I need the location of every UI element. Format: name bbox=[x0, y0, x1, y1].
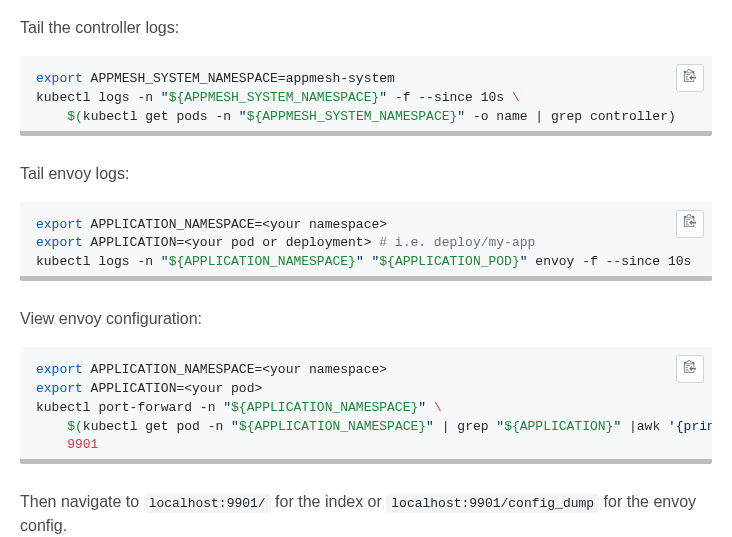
inline-code-url-index: localhost:9901/ bbox=[144, 494, 271, 513]
intro-envoy-config: View envoy configuration: bbox=[20, 307, 712, 331]
code-line: 9901 bbox=[36, 436, 696, 455]
clipboard-icon bbox=[683, 213, 697, 234]
inline-code-url-config: localhost:9901/config_dump bbox=[386, 494, 599, 513]
code-line: export APPLICATION=<your pod or deployme… bbox=[36, 234, 696, 253]
codeblock-envoy-logs: export APPLICATION_NAMESPACE=<your names… bbox=[20, 202, 712, 282]
copy-button[interactable] bbox=[676, 355, 704, 383]
copy-button[interactable] bbox=[676, 64, 704, 92]
code-line: $(kubectl get pod -n "${APPLICATION_NAME… bbox=[36, 418, 696, 437]
codeblock-envoy-config: export APPLICATION_NAMESPACE=<your names… bbox=[20, 347, 712, 464]
nav-instruction: Then navigate to localhost:9901/ for the… bbox=[20, 490, 712, 537]
copy-button[interactable] bbox=[676, 210, 704, 238]
code-line: kubectl logs -n "${APPLICATION_NAMESPACE… bbox=[36, 253, 696, 272]
code-line: kubectl port-forward -n "${APPLICATION_N… bbox=[36, 399, 696, 418]
code-line: export APPLICATION_NAMESPACE=<your names… bbox=[36, 361, 696, 380]
code-line: $(kubectl get pods -n "${APPMESH_SYSTEM_… bbox=[36, 108, 696, 127]
intro-controller-logs: Tail the controller logs: bbox=[20, 16, 712, 40]
clipboard-icon bbox=[683, 359, 697, 380]
intro-envoy-logs: Tail envoy logs: bbox=[20, 162, 712, 186]
codeblock-controller-logs: export APPMESH_SYSTEM_NAMESPACE=appmesh-… bbox=[20, 56, 712, 136]
code-line: kubectl logs -n "${APPMESH_SYSTEM_NAMESP… bbox=[36, 89, 696, 108]
clipboard-icon bbox=[683, 68, 697, 89]
code-line: export APPLICATION=<your pod> bbox=[36, 380, 696, 399]
code-line: export APPMESH_SYSTEM_NAMESPACE=appmesh-… bbox=[36, 70, 696, 89]
code-line: export APPLICATION_NAMESPACE=<your names… bbox=[36, 216, 696, 235]
